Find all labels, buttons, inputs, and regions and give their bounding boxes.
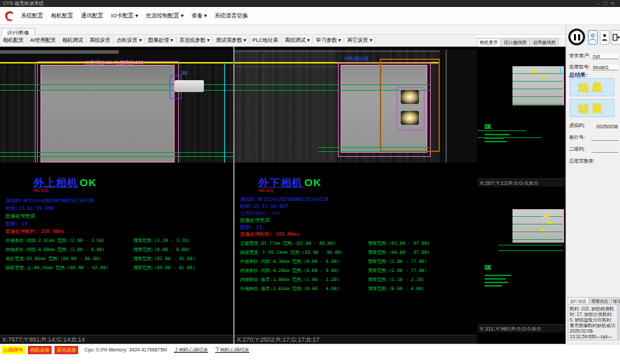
process-done-text: 图像处理完成	[6, 213, 35, 220]
camera-image-lower[interactable]: AI检测区域	[235, 50, 477, 162]
tool-learn-params[interactable]: 学习参数 ▾	[313, 37, 344, 44]
camera-view-upper: 固定阈值:93, 动态阈值:100 88 外上相机OK NG:0(1) 虚拟码:…	[0, 47, 233, 344]
measurement-row: 外侧条纹-间隙:4.38mm 范围:(0.00 - 9.00)预警范围:(2.0…	[240, 257, 475, 266]
edge-line-cyan	[224, 62, 225, 162]
pin-number-input[interactable]	[591, 140, 618, 141]
pixel-coordinate-bar: X:7677;Y:891;R:14;G:14;B:14	[0, 335, 233, 344]
model-input[interactable]: Model1	[591, 65, 618, 70]
menu-camera-config[interactable]: 相机配置	[51, 12, 73, 20]
lower-camera-heartbeat-text: 下相机心跳结束	[215, 347, 249, 352]
model-label: 使用型号:	[569, 63, 590, 70]
measure-line-green	[0, 152, 233, 153]
login-user-input[interactable]: cys	[591, 54, 618, 59]
tool-image-process[interactable]: 图像处理 ▾	[145, 37, 177, 44]
tool-camera-config[interactable]: 相机配置	[0, 37, 27, 44]
heartbeat-signal-badge: 心跳信号	[1, 346, 25, 354]
measure-mark-yellow	[542, 76, 546, 78]
machine-edge	[445, 50, 447, 162]
exit-door-icon	[612, 33, 620, 42]
upper-camera-heartbeat-text: 上相机心跳结束	[174, 347, 208, 352]
measurement-row: 条纹宽度:83.05mm 范围:(80.00 - 86.00)预警范围:(81.…	[6, 255, 232, 264]
tool-test-params[interactable]: 测试项参数 ▾	[213, 37, 249, 44]
small-camera-view-1[interactable]: OK X:267;Y:13;R:0;G:0;B:0	[478, 52, 566, 187]
minimize-button[interactable]: ‒	[598, 1, 603, 6]
tool-ai-usage-config[interactable]: AI使用配置	[27, 37, 59, 44]
camera-image-upper[interactable]: 固定阈值:93, 动态阈值:100 88	[0, 50, 233, 162]
user-button[interactable]	[600, 30, 610, 45]
measurement-list: 正极宽度:83.77mm 范围:(82.00 - 88.00)预警范围:(83.…	[240, 239, 475, 294]
measurement-list: 外侧条纹-间隙:2.91mm 范围:(2.00 - 3.50)预警范围:(2.2…	[6, 236, 232, 273]
threshold-overlay-text: 固定阈值:93, 动态阈值:100	[85, 59, 143, 66]
ng-count-text: NG:0(1)	[34, 188, 48, 192]
measurement-row: 外侧条纹-间隙:2.91mm 范围:(2.00 - 3.50)预警范围:(2.2…	[6, 236, 232, 245]
process-time-text: 图像处理耗时: 258.00ms	[6, 228, 64, 235]
toolbar: 相机配置 AI使用配置 相机调试 离线设置 点检设置 ▾ 图像处理 ▾ 基准线参…	[0, 35, 477, 47]
text-line-mark	[485, 275, 511, 276]
measure-line-green	[499, 245, 563, 245]
text-line-mark	[485, 278, 505, 280]
tool-spot-check[interactable]: 点检设置 ▾	[114, 37, 145, 44]
pixel-coordinate-bar: X:311;Y:980;R:0;G:0;B:0	[478, 324, 566, 333]
cpu-memory-text: Cpu: 0.0% Memory: 3424.41796875M	[84, 347, 167, 352]
tab-camera-display[interactable]: 相机显示	[477, 38, 501, 47]
measurement-row: 内侧条纹-间隙:4.28mm 范围:(0.00 - 9.00)预警范围:(2.0…	[240, 266, 475, 275]
tool-baseline-params[interactable]: 基准线参数 ▾	[177, 37, 213, 44]
user-button-active[interactable]	[588, 30, 598, 45]
tab-trend-curve[interactable]: 趋势曲线图	[531, 38, 559, 47]
batch-count-label: 总批写数量:	[569, 158, 595, 165]
qr-code-label: 二维码:	[569, 146, 585, 153]
user-filled-icon	[601, 33, 608, 42]
edge-line-magenta	[35, 61, 36, 162]
menu-system-config[interactable]: 系统配置	[21, 12, 43, 20]
pin-number-label: 卷针号:	[569, 134, 585, 141]
measurement-row: 外侧条纹-极耳:2.61mm 范围:(0.60 - 4.00)预警范围:(0.6…	[240, 285, 475, 294]
small-view-result: OK	[485, 260, 511, 287]
measure-mark-yellow	[547, 222, 552, 224]
capture-time-text: 时间:13-31-59-650	[6, 205, 54, 212]
tab-strip: 运行图像	[0, 25, 566, 35]
small-view-result: OK	[485, 119, 510, 142]
text-line-mark	[485, 285, 502, 287]
part-image	[40, 65, 175, 162]
close-button[interactable]: ✕	[610, 1, 617, 6]
login-user-label: 登录用户:	[569, 52, 590, 59]
text-line-mark	[485, 141, 507, 142]
pause-button[interactable]	[568, 29, 585, 45]
menu-comm-config[interactable]: 通讯配置	[81, 12, 103, 20]
menu-io-config[interactable]: IO卡配置 ▾	[111, 12, 138, 20]
result-box-upper: 结果	[570, 78, 614, 96]
measurement-row: 正极宽度:83.77mm 范围:(82.00 - 88.00)预警范围:(83.…	[240, 239, 475, 248]
result-ok-text: OK	[80, 176, 97, 188]
tab-stat-curve[interactable]: 统计曲线图	[501, 38, 530, 47]
maximize-button[interactable]: ▢	[603, 1, 611, 6]
small-view-tabs: 相机显示 统计曲线图 趋势曲线图	[477, 37, 566, 47]
tool-plc-address[interactable]: PLC地址表	[250, 37, 282, 44]
menu-bar: 系统配置 相机配置 通讯配置 IO卡配置 ▾ 光源控制配置 ▾ 查看 ▾ 系统语…	[0, 7, 620, 25]
machine-edge	[235, 66, 339, 67]
measure-line-green	[499, 250, 563, 251]
menu-light-config[interactable]: 光源控制配置 ▾	[146, 12, 184, 20]
tool-offline-debug[interactable]: 离线调试 ▾	[282, 37, 313, 44]
log-text-area[interactable]: 耗时: 222, 缺陷检测耗时: 17, 缺陷分类耗时: 0, 缺陷提取分区耗时…	[568, 304, 618, 340]
machine-edge	[263, 50, 264, 162]
tool-camera-debug[interactable]: 相机调试	[59, 37, 87, 44]
qr-code-input[interactable]	[591, 152, 618, 153]
camera-connect-badge: 相机连接	[28, 346, 52, 354]
comm-connect-badge: 通讯连接	[54, 346, 78, 354]
result-ok-text: OK	[304, 176, 322, 188]
ai-region-label: AI检测区域	[344, 55, 369, 62]
measurement-row: 隔膜宽度-上:90.56mm 范围:(88.00 - 92.00)预警范围:(8…	[6, 264, 232, 273]
roi-label-blue: 88	[182, 70, 187, 75]
measure-line-green	[0, 156, 233, 157]
process-time-text: 图像处理耗时: 183.00ms	[240, 231, 299, 238]
tool-offline-setting[interactable]: 离线设置	[87, 37, 114, 44]
tool-other-settings[interactable]: 其它设置 ▾	[344, 37, 376, 44]
menu-view[interactable]: 查看 ▾	[191, 12, 207, 20]
small-camera-view-2[interactable]: OK X:311;Y:980;R:0;G:0;B:0	[478, 199, 566, 333]
status-bar: 心跳信号 相机连接 通讯连接 Cpu: 0.0% Memory: 3424.41…	[0, 344, 620, 364]
tab-clip-part	[175, 80, 204, 92]
menu-language-switch[interactable]: 系统语言切换	[214, 12, 248, 20]
logout-button[interactable]	[611, 30, 620, 45]
process-done-text: 图像处理完成	[240, 217, 270, 224]
main-area: 固定阈值:93, 动态阈值:100 88 外上相机OK NG:0(1) 虚拟码:…	[0, 47, 566, 344]
